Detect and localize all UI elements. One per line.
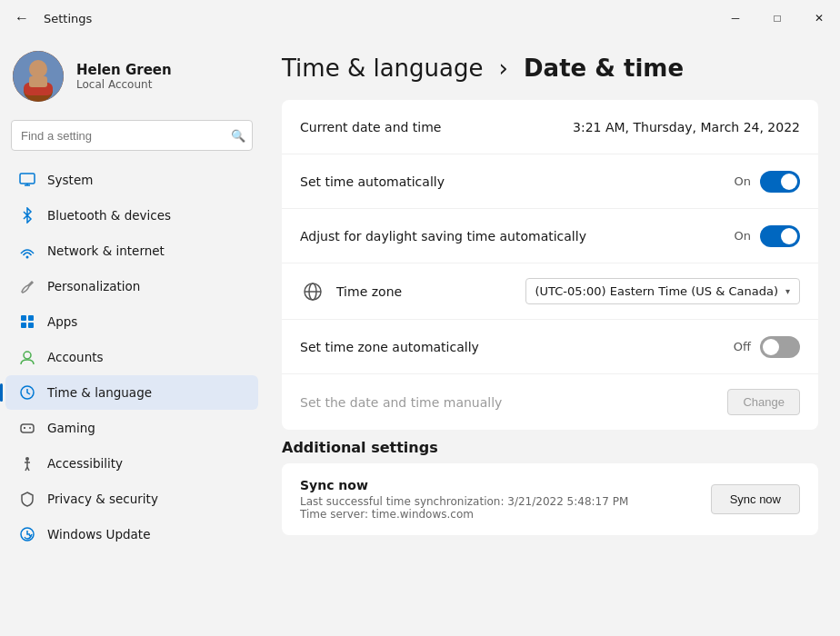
timezone-label-wrap: Time zone: [300, 279, 402, 304]
svg-rect-4: [29, 76, 47, 87]
sidebar-item-system[interactable]: System: [5, 163, 258, 197]
change-button[interactable]: Change: [727, 389, 800, 415]
sync-detail-line1: Last successful time synchronization: 3/…: [300, 495, 628, 508]
main-layout: Helen Green Local Account 🔍 System: [0, 36, 840, 636]
sidebar-item-personalization-label: Personalization: [47, 279, 140, 293]
brush-icon: [18, 277, 36, 295]
timezone-dropdown[interactable]: (UTC-05:00) Eastern Time (US & Canada) ▾: [525, 278, 801, 304]
sidebar-item-accounts-label: Accounts: [47, 350, 104, 364]
sidebar-item-apps[interactable]: Apps: [5, 304, 258, 339]
sidebar-item-time[interactable]: Time & language: [5, 375, 258, 410]
current-datetime-value: 3:21 AM, Thursday, March 24, 2022: [573, 120, 800, 134]
set-time-auto-toggle-label: On: [731, 174, 751, 188]
daylight-label: Adjust for daylight saving time automati…: [300, 229, 586, 243]
sidebar-item-update-label: Windows Update: [47, 527, 150, 542]
titlebar: ← Settings ─ □ ✕: [0, 0, 840, 36]
user-profile[interactable]: Helen Green Local Account: [0, 36, 264, 120]
search-container: 🔍: [11, 120, 253, 151]
sync-title: Sync now: [300, 478, 628, 492]
sidebar-item-update[interactable]: Windows Update: [5, 517, 258, 552]
sidebar-item-accessibility[interactable]: Accessibility: [5, 446, 258, 481]
accounts-icon: [18, 348, 36, 366]
current-datetime-label: Current date and time: [300, 120, 441, 134]
breadcrumb-separator: ›: [499, 55, 508, 82]
svg-point-19: [25, 457, 29, 461]
close-button[interactable]: ✕: [798, 0, 840, 36]
setting-row-timezone: Time zone (UTC-05:00) Eastern Time (US &…: [282, 263, 818, 320]
toggle-thumb: [763, 339, 779, 355]
monitor-icon: [18, 171, 36, 189]
setting-row-set-timezone-auto: Set time zone automatically Off: [282, 320, 818, 374]
time-icon: [18, 383, 36, 402]
additional-settings: Additional settings Sync now Last succes…: [282, 439, 818, 535]
user-name: Helen Green: [76, 62, 172, 78]
toggle-thumb: [781, 174, 797, 190]
sidebar-item-system-label: System: [47, 173, 93, 187]
settings-section-main: Current date and time 3:21 AM, Thursday,…: [282, 100, 818, 430]
chevron-down-icon: ▾: [785, 286, 790, 296]
daylight-toggle[interactable]: [760, 225, 800, 247]
setting-row-set-manually: Set the date and time manually Change: [282, 374, 818, 430]
search-icon: 🔍: [231, 129, 245, 143]
page-header: Time & language › Date & time: [282, 55, 818, 82]
sidebar-item-accessibility-label: Accessibility: [47, 456, 123, 471]
svg-rect-10: [28, 315, 34, 321]
setting-row-set-time-auto: Set time automatically On: [282, 154, 818, 209]
sidebar-item-network-label: Network & internet: [47, 243, 165, 258]
sync-info: Sync now Last successful time synchroniz…: [300, 478, 628, 521]
svg-point-18: [29, 427, 31, 429]
bluetooth-icon: [18, 206, 36, 224]
avatar: [13, 51, 64, 102]
back-button[interactable]: ←: [11, 6, 33, 30]
breadcrumb-current: Date & time: [524, 55, 684, 82]
set-timezone-auto-toggle[interactable]: [760, 336, 800, 358]
sidebar-item-personalization[interactable]: Personalization: [5, 269, 258, 303]
sidebar-item-privacy[interactable]: Privacy & security: [5, 482, 258, 516]
set-time-auto-right: On: [731, 171, 800, 193]
gaming-icon: [18, 419, 36, 437]
timezone-icon: [300, 279, 325, 304]
sidebar-item-gaming-label: Gaming: [47, 421, 95, 435]
svg-rect-9: [21, 315, 26, 321]
sidebar-item-time-label: Time & language: [47, 385, 152, 400]
sidebar-item-apps-label: Apps: [47, 314, 77, 329]
network-icon: [18, 242, 36, 260]
update-icon: [18, 525, 36, 543]
sidebar-item-network[interactable]: Network & internet: [5, 234, 258, 268]
sidebar-item-bluetooth-label: Bluetooth & devices: [47, 208, 171, 223]
svg-point-13: [24, 352, 31, 359]
toggle-thumb: [781, 228, 797, 244]
sync-now-button[interactable]: Sync now: [711, 484, 800, 514]
privacy-icon: [18, 490, 36, 508]
titlebar-left: ← Settings: [11, 6, 92, 30]
maximize-button[interactable]: □: [756, 0, 798, 36]
svg-point-8: [26, 256, 29, 259]
set-time-auto-toggle[interactable]: [760, 171, 800, 193]
breadcrumb-parent[interactable]: Time & language: [282, 55, 483, 82]
daylight-right: On: [731, 225, 800, 247]
daylight-toggle-label: On: [731, 229, 751, 243]
sidebar-item-accounts[interactable]: Accounts: [5, 340, 258, 374]
set-timezone-auto-label: Set time zone automatically: [300, 340, 479, 354]
content-area: Time & language › Date & time Current da…: [264, 36, 840, 636]
titlebar-controls: ─ □ ✕: [715, 0, 840, 36]
minimize-button[interactable]: ─: [715, 0, 756, 36]
svg-rect-5: [20, 174, 35, 184]
svg-rect-12: [28, 323, 34, 328]
set-manually-label: Set the date and time manually: [300, 395, 502, 410]
svg-point-1: [29, 60, 47, 78]
user-account-type: Local Account: [76, 78, 172, 91]
sidebar-item-bluetooth[interactable]: Bluetooth & devices: [5, 198, 258, 233]
sync-card: Sync now Last successful time synchroniz…: [282, 463, 818, 535]
timezone-value: (UTC-05:00) Eastern Time (US & Canada): [535, 284, 778, 298]
set-timezone-auto-toggle-label: Off: [731, 340, 751, 353]
accessibility-icon: [18, 454, 36, 472]
svg-rect-11: [21, 323, 26, 328]
timezone-label: Time zone: [336, 284, 402, 299]
additional-settings-label: Additional settings: [282, 439, 818, 456]
setting-row-daylight: Adjust for daylight saving time automati…: [282, 209, 818, 263]
sidebar-item-gaming[interactable]: Gaming: [5, 411, 258, 445]
search-input[interactable]: [11, 120, 253, 151]
sidebar-item-privacy-label: Privacy & security: [47, 492, 158, 506]
svg-rect-15: [21, 424, 34, 432]
